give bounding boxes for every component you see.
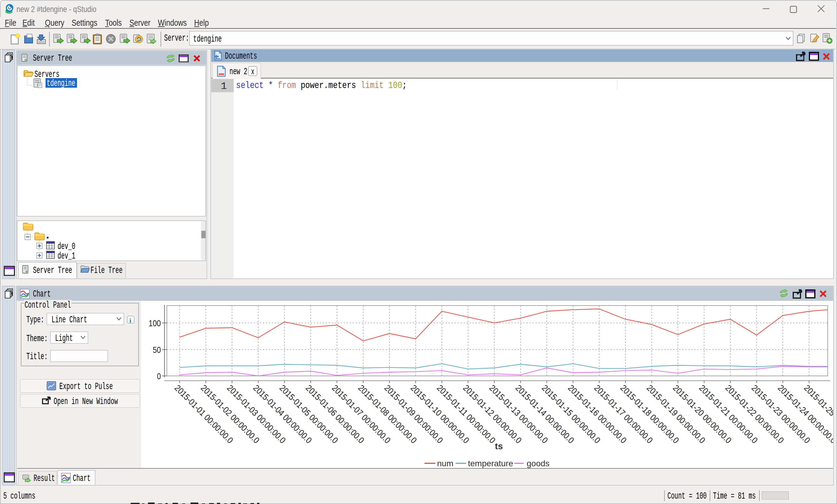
svg-text:goods: goods [527, 459, 549, 468]
svg-text:100: 100 [148, 318, 161, 328]
svg-text:temperature: temperature [468, 459, 513, 468]
svg-text:50: 50 [153, 345, 161, 355]
svg-text:ts: ts [495, 441, 503, 451]
svg-text:0: 0 [157, 371, 161, 381]
svg-text:num: num [437, 459, 453, 468]
